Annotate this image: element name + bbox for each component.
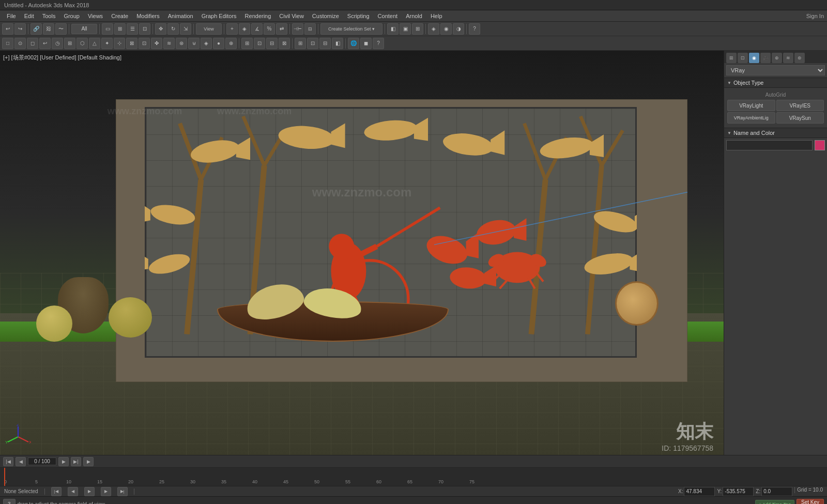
obj-btn11[interactable]: ⊠ [126, 38, 137, 49]
bind-btn[interactable]: 〜 [55, 23, 67, 35]
menu-edit[interactable]: Edit [21, 12, 38, 20]
obj-btn15[interactable]: ⊛ [176, 38, 187, 49]
obj-btn5[interactable]: ◷ [52, 38, 63, 49]
help-btn[interactable]: ? [469, 23, 480, 35]
add-time-tag-btn[interactable]: + Add Time Tag [755, 500, 794, 505]
frame-num-btn[interactable]: 3 [3, 499, 16, 505]
obj-btn21[interactable]: ⊡ [254, 38, 265, 49]
menu-group[interactable]: Group [60, 12, 83, 20]
obj-btn3[interactable]: ◻ [27, 38, 38, 49]
menu-help[interactable]: Help [427, 12, 446, 20]
rp-tab-systems[interactable]: ⊛ [794, 53, 805, 63]
obj-btn22[interactable]: ⊟ [266, 38, 278, 49]
tl-next-btn[interactable]: ▶ [58, 457, 69, 466]
vray-ambient-btn[interactable]: VRayAmbientLig [727, 112, 775, 124]
obj-btn8[interactable]: △ [89, 38, 100, 49]
obj-btn17[interactable]: ◈ [201, 38, 212, 49]
menu-create[interactable]: Create [108, 12, 132, 20]
obj-btn20[interactable]: ⊞ [241, 38, 253, 49]
rp-tab-spacewarp[interactable]: ≋ [783, 53, 793, 63]
object-type-header[interactable]: ▼ Object Type [724, 78, 827, 88]
tl-end-btn[interactable]: ▶| [71, 457, 81, 466]
mat-editor-btn[interactable]: ◈ [428, 23, 439, 35]
status-play2-btn[interactable]: ▶ [84, 487, 95, 496]
tl-prev-btn[interactable]: ◀ [16, 457, 26, 466]
menu-customize[interactable]: Customize [309, 12, 343, 20]
y-input[interactable] [723, 487, 754, 496]
render-setup-btn[interactable]: ◧ [387, 23, 399, 35]
menu-scripting[interactable]: Scripting [344, 12, 373, 20]
percent-btn[interactable]: % [264, 23, 275, 35]
menu-file[interactable]: File [3, 12, 20, 20]
obj-btn29[interactable]: ◼ [360, 38, 372, 49]
tl-start-btn[interactable]: |◀ [3, 457, 13, 466]
obj-btn14[interactable]: ≋ [163, 38, 175, 49]
render-frame-btn[interactable]: ⊞ [412, 23, 423, 35]
obj-btn27[interactable]: ◧ [332, 38, 343, 49]
menu-animation[interactable]: Animation [164, 12, 197, 20]
menu-content[interactable]: Content [374, 12, 402, 20]
obj-btn26[interactable]: ⊟ [319, 38, 331, 49]
redo-btn[interactable]: ↪ [14, 23, 26, 35]
obj-btn25[interactable]: ⊡ [307, 38, 318, 49]
viewport-btn[interactable]: View [196, 23, 222, 35]
status-end-btn[interactable]: ▶| [117, 487, 128, 496]
effect-btn[interactable]: ◑ [453, 23, 464, 35]
obj-btn6[interactable]: ⊞ [64, 38, 75, 49]
x-input[interactable] [684, 487, 715, 496]
obj-btn16[interactable]: ⊎ [188, 38, 200, 49]
obj-btn12[interactable]: ⊡ [139, 38, 150, 49]
vray-ies-btn[interactable]: VRayIES [776, 100, 824, 111]
menu-modifiers[interactable]: Modifiers [133, 12, 163, 20]
menu-arnold[interactable]: Arnold [402, 12, 426, 20]
obj-btn24[interactable]: ⊞ [295, 38, 306, 49]
menu-views[interactable]: Views [84, 12, 106, 20]
link-btn[interactable]: 🔗 [30, 23, 42, 35]
select-region-btn[interactable]: ⊞ [114, 23, 126, 35]
select-crossing-btn[interactable]: ⊡ [139, 23, 150, 35]
obj-btn7[interactable]: ⬡ [76, 38, 88, 49]
angle-snap-btn[interactable]: ∡ [251, 23, 263, 35]
vray-light-btn[interactable]: VRayLight [727, 100, 775, 111]
status-next-btn[interactable]: ▶ [101, 487, 111, 496]
obj-btn23[interactable]: ⊠ [279, 38, 290, 49]
rp-tab-scene[interactable]: ⊞ [726, 53, 737, 63]
color-swatch[interactable] [815, 140, 825, 150]
obj-btn2[interactable]: ⊙ [14, 38, 26, 49]
timeline-track[interactable]: 0 5 10 15 20 25 30 35 40 45 50 55 60 65 … [0, 468, 827, 486]
rp-tab-shapes[interactable]: ⊡ [738, 53, 748, 63]
rp-tab-lights[interactable]: ◉ [749, 53, 759, 63]
mirror-btn[interactable]: ⊣⊢ [292, 23, 303, 35]
menu-civil-view[interactable]: Civil View [275, 12, 307, 20]
menu-rendering[interactable]: Rendering [241, 12, 275, 20]
obj-btn28[interactable]: 🌐 [348, 38, 359, 49]
obj-btn9[interactable]: ✦ [101, 38, 113, 49]
z-input[interactable] [761, 487, 792, 496]
menu-graph-editors[interactable]: Graph Editors [198, 12, 240, 20]
obj-btn4[interactable]: ↩ [39, 38, 51, 49]
obj-btn18[interactable]: ● [213, 38, 224, 49]
vray-dropdown[interactable]: VRay [726, 65, 825, 75]
filter-dropdown[interactable]: All [71, 24, 97, 34]
obj-btn19[interactable]: ⊕ [225, 38, 237, 49]
snap3d-btn[interactable]: ◈ [239, 23, 250, 35]
menu-tools[interactable]: Tools [39, 12, 59, 20]
set-key-btn[interactable]: Set Key [797, 499, 824, 505]
quick-render-btn[interactable]: ▣ [400, 23, 411, 35]
create-sel-btn[interactable]: Create Selection Set ▾ [320, 23, 382, 35]
sign-in[interactable]: Sign In [806, 13, 824, 19]
status-play-btn[interactable]: |◀ [51, 487, 62, 496]
rp-tab-helpers[interactable]: ⊕ [772, 53, 782, 63]
spinner-btn[interactable]: ⇄ [276, 23, 287, 35]
scale-btn[interactable]: ⇲ [180, 23, 191, 35]
status-prev-btn[interactable]: ◀ [68, 487, 78, 496]
obj-btn1[interactable]: □ [2, 38, 13, 49]
name-color-header[interactable]: ▼ Name and Color [724, 128, 827, 138]
render-env-btn[interactable]: ◉ [440, 23, 452, 35]
select-by-name-btn[interactable]: ☰ [127, 23, 138, 35]
unlink-btn[interactable]: ⛓ [43, 23, 54, 35]
viewport[interactable]: [+] [场景#002] [User Defined] [Default Sha… [0, 51, 724, 455]
move-btn[interactable]: ✥ [155, 23, 166, 35]
select-obj-btn[interactable]: ▭ [102, 23, 113, 35]
snap-btn[interactable]: + [226, 23, 238, 35]
